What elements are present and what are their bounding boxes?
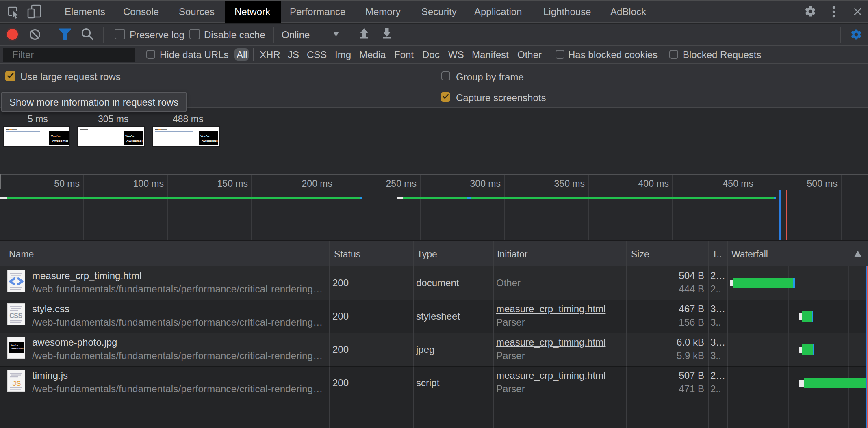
svg-text:You’re: You’re bbox=[11, 344, 18, 346]
svg-text:Awesome!: Awesome! bbox=[11, 347, 24, 350]
svg-text:CSS: CSS bbox=[9, 312, 22, 319]
svg-text:JS: JS bbox=[13, 380, 21, 387]
